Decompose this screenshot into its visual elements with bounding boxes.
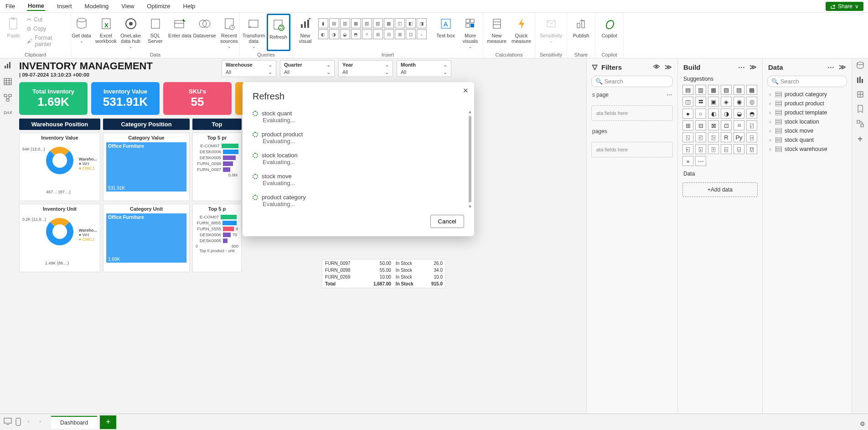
menu-view[interactable]: View <box>120 2 135 10</box>
viz-type-item[interactable]: R <box>721 132 732 142</box>
viz-type-item[interactable]: ● <box>682 109 693 119</box>
eye-icon[interactable]: 👁 <box>653 63 660 71</box>
new-visual-button[interactable]: +New visual <box>294 14 317 51</box>
viz-type-item[interactable]: ⊡ <box>721 120 732 130</box>
viz-item[interactable]: ▨ <box>373 18 383 28</box>
rail-icon[interactable] <box>856 76 864 84</box>
menu-home[interactable]: Home <box>27 1 45 11</box>
menu-help[interactable]: Help <box>182 2 196 10</box>
viz-type-item[interactable]: ▧ <box>721 85 732 95</box>
viz-type-item[interactable]: ⍗ <box>695 144 706 154</box>
paste-button[interactable]: Paste <box>3 14 24 51</box>
copy-button[interactable]: ⧉Copy <box>25 25 68 33</box>
sensitivity-button[interactable]: Sensitivity⌄ <box>539 14 563 51</box>
data-table-item[interactable]: ›stock move <box>763 126 852 135</box>
rail-icon[interactable] <box>856 61 864 69</box>
viz-type-item[interactable]: ⊞ <box>682 120 693 130</box>
quick-measure-button[interactable]: Quick measure <box>510 14 533 51</box>
viz-item[interactable]: ▮ <box>318 18 328 28</box>
viz-type-item[interactable]: ▤ <box>682 85 693 95</box>
viz-type-item[interactable]: ▥ <box>695 85 706 95</box>
new-measure-button[interactable]: New measure <box>485 14 509 51</box>
add-page-button[interactable]: + <box>100 415 116 429</box>
page-tab[interactable]: Dashboard <box>51 416 97 429</box>
excel-button[interactable]: XExcel workbook <box>94 14 118 51</box>
viz-item[interactable]: ⌄ <box>417 29 427 39</box>
section-tab[interactable]: Warehouse Position <box>19 119 100 130</box>
viz-gallery[interactable]: ▮▤▥▦▧▨▩◫◧◨ ◐◑◒◓⌗⊞⊟⊠⊡⌄ <box>318 14 433 39</box>
viz-type-item[interactable]: ◫ <box>682 97 693 107</box>
dataverse-button[interactable]: Dataverse <box>193 14 217 51</box>
format-painter-button[interactable]: 🖌Format painter <box>25 34 68 48</box>
viz-type-item[interactable]: ⍐ <box>708 144 719 154</box>
slicer[interactable]: Year⌄All⌄ <box>338 60 393 77</box>
viz-item[interactable]: ⊟ <box>384 29 394 39</box>
table-view-icon[interactable] <box>4 78 13 87</box>
chart-inventory-value[interactable]: Inventory Value 64K (12.0...) Wareho... … <box>19 133 100 201</box>
viz-type-item[interactable]: ⍇ <box>682 144 693 154</box>
data-table-item[interactable]: ›stock location <box>763 117 852 126</box>
chart-category-value[interactable]: Category Value Office Furniture531.91K <box>103 133 190 201</box>
viz-type-item[interactable]: ○ <box>695 109 706 119</box>
viz-type-item[interactable]: 〓 <box>695 97 706 107</box>
next-page-icon[interactable]: › <box>39 418 48 427</box>
viz-type-item[interactable]: ⍄ <box>708 132 719 142</box>
data-table[interactable]: FURN_009750.00In Stock26.0FURN_009855.00… <box>322 259 446 288</box>
viz-type-item[interactable]: ⌗ <box>734 120 744 130</box>
data-table-item[interactable]: ›product product <box>763 99 852 108</box>
get-data-button[interactable]: Get data⌄ <box>70 14 93 51</box>
data-search[interactable]: 🔍 Search <box>767 76 847 87</box>
textbox-button[interactable]: AText box <box>434 14 458 51</box>
cut-button[interactable]: ✂Cut <box>25 16 68 24</box>
viz-type-item[interactable]: ◉ <box>734 97 744 107</box>
viz-type-item[interactable]: ⊠ <box>708 120 719 130</box>
viz-item[interactable]: ⊡ <box>406 29 416 39</box>
viz-item[interactable]: ▦ <box>351 18 361 28</box>
viz-item[interactable]: ◐ <box>318 29 328 39</box>
mobile-layout-icon[interactable] <box>16 418 25 427</box>
menu-modeling[interactable]: Modeling <box>84 2 110 10</box>
filters-search[interactable]: 🔍 Search <box>591 76 673 87</box>
dialog-scrollbar[interactable]: ▲▼ <box>468 109 472 209</box>
viz-type-item[interactable]: ⊟ <box>695 120 706 130</box>
viz-type-item[interactable]: » <box>682 156 693 166</box>
filter-drop-zone[interactable]: ata fields here <box>591 142 673 157</box>
table-row[interactable]: FURN_009855.00In Stock34.0 <box>323 267 444 273</box>
kpi-card[interactable]: Total Inventory1.69K <box>19 82 88 115</box>
model-view-icon[interactable] <box>4 94 13 103</box>
data-table-item[interactable]: ›stock quant <box>763 135 852 145</box>
slicer[interactable]: Quarter⌄All⌄ <box>280 60 335 77</box>
enter-data-button[interactable]: Enter data <box>168 14 192 51</box>
collapse-icon[interactable]: ≫ <box>665 63 672 71</box>
menu-file[interactable]: File <box>5 2 16 10</box>
onelake-button[interactable]: OneLake data hub⌄ <box>119 14 143 51</box>
more-icon[interactable]: ⋯ <box>738 63 745 71</box>
viz-type-item[interactable]: ▣ <box>708 97 719 107</box>
viz-item[interactable]: ▩ <box>384 18 394 28</box>
viz-item[interactable]: ◒ <box>340 29 350 39</box>
viz-type-item[interactable]: ⍂ <box>682 132 693 142</box>
viz-type-item[interactable]: ◐ <box>708 109 719 119</box>
viz-type-item[interactable]: ⍔ <box>746 144 757 154</box>
more-icon[interactable]: ⋯ <box>827 63 834 71</box>
filter-drop-zone[interactable]: ata fields here <box>591 105 673 121</box>
viz-type-item[interactable]: ◒ <box>734 109 744 119</box>
rail-icon[interactable] <box>856 90 864 98</box>
viz-type-item[interactable]: ▩ <box>746 85 757 95</box>
more-visuals-button[interactable]: More visuals⌄ <box>459 14 482 51</box>
share-button[interactable]: Share ∨ <box>826 2 863 11</box>
refresh-button[interactable]: Refresh <box>267 14 290 51</box>
data-table-item[interactable]: ›stock warehouse <box>763 145 852 154</box>
viz-type-item[interactable]: ⍓ <box>721 144 732 154</box>
chart-inventory-unit[interactable]: Inventory Unit 0.2K (11.8...) Wareho... … <box>19 204 100 272</box>
sql-button[interactable]: SQL Server <box>144 14 167 51</box>
section-tab[interactable]: Category Position <box>103 119 190 130</box>
viz-item[interactable]: ◧ <box>406 18 416 28</box>
viz-type-item[interactable]: ◎ <box>746 97 757 107</box>
section-tab[interactable]: Top <box>192 119 242 130</box>
viz-type-item[interactable]: ⍁ <box>746 120 757 130</box>
kpi-card[interactable]: Inventory Value531.91K <box>91 82 160 115</box>
viz-type-item[interactable]: ◓ <box>746 109 757 119</box>
viz-type-item[interactable]: ⍈ <box>746 132 757 142</box>
viz-type-item[interactable]: ▦ <box>708 85 719 95</box>
